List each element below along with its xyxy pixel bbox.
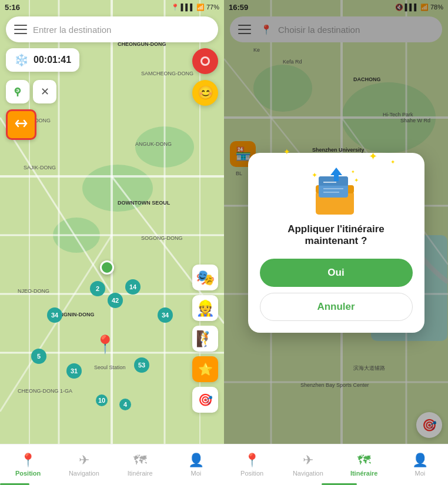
wifi-icon: 📶	[196, 4, 205, 11]
nav-route-left[interactable]: 🗺 Itinéraire	[112, 453, 168, 477]
close-button[interactable]: ✕	[33, 80, 56, 103]
nav-navigation-label-left: Navigation	[69, 470, 99, 477]
marker-4: 4	[119, 399, 131, 410]
star-deco-1: ✦	[283, 147, 290, 156]
orange-pin: 📍	[94, 334, 116, 354]
me-nav-icon-right: 👤	[412, 453, 428, 468]
emoji-button[interactable]: 😊	[192, 80, 218, 106]
timer-value: 00:01:41	[34, 55, 71, 65]
me-nav-icon-left: 👤	[188, 453, 204, 468]
marker-14: 14	[125, 279, 141, 295]
star-icon: ⭐	[198, 362, 213, 376]
marker-2: 2	[90, 281, 105, 296]
right-float-buttons: 🎭 👷 🧗 ⭐ 🎯	[192, 265, 218, 413]
marker-34a: 34	[47, 307, 62, 323]
transfer-button[interactable]	[6, 109, 36, 140]
position-nav-icon-right: 📍	[244, 453, 260, 468]
dialog-icon-area: ✦ ✦ ✦	[260, 165, 413, 218]
nav-position-label-right: Position	[240, 470, 263, 477]
status-bar-left: 5:16 📍 ▌▌▌ 📶 77%	[0, 0, 224, 14]
face-btn-1[interactable]: 🎭	[192, 265, 218, 290]
route-nav-icon-right: 🗺	[357, 453, 370, 468]
face-icon-2: 👷	[196, 299, 215, 317]
dialog-title: Appliquer l'itinéraire maintenant ?	[260, 223, 413, 247]
signal-icon: ▌▌▌	[181, 4, 195, 11]
marker-53: 53	[134, 357, 149, 373]
face-icon-1: 🎭	[196, 269, 215, 287]
location-icon-status: 📍	[171, 4, 179, 11]
dialog-yes-button[interactable]: Oui	[260, 259, 413, 287]
face-btn-2[interactable]: 👷	[192, 295, 218, 321]
dialog-icon-stack: ✦ ✦ ✦	[307, 165, 366, 218]
nav-route-label-right: Itinéraire	[350, 470, 377, 477]
pin-icon	[11, 85, 24, 98]
marker-31: 31	[66, 363, 82, 379]
svg-text:✦: ✦	[354, 177, 359, 183]
nav-position-right[interactable]: 📍 Position	[224, 453, 280, 477]
nav-position-left[interactable]: 📍 Position	[0, 453, 56, 477]
smiley-icon: 😊	[198, 85, 213, 101]
search-bar-left[interactable]: Entrer la destination	[6, 16, 218, 42]
nav-me-right[interactable]: 👤 Moi	[392, 453, 448, 477]
compass-btn-left[interactable]: 🎯	[192, 387, 218, 413]
navigation-nav-icon-right: ✈	[303, 453, 313, 468]
star-deco-2: ✦	[390, 159, 395, 165]
map-background-left	[0, 0, 224, 485]
nav-route-right[interactable]: 🗺 Itinéraire	[336, 453, 392, 477]
nav-navigation-right[interactable]: ✈ Navigation	[280, 453, 336, 477]
record-button[interactable]	[192, 48, 218, 74]
right-panel: Ke DACHONG Kefa Rd Hi-Tech Park Shahe W …	[224, 0, 448, 485]
nav-navigation-label-right: Navigation	[293, 470, 323, 477]
search-placeholder-left: Entrer la destination	[33, 25, 111, 35]
current-location-dot	[100, 260, 114, 275]
status-icons-left: 📍 ▌▌▌ 📶 77%	[171, 4, 219, 11]
nav-navigation-left[interactable]: ✈ Navigation	[56, 453, 112, 477]
battery-left: 77%	[206, 4, 219, 11]
nav-me-label-right: Moi	[415, 470, 426, 477]
figure-icon: 🧗	[196, 330, 215, 348]
timer-widget: ❄️ 00:01:41	[6, 48, 79, 72]
nav-me-label-left: Moi	[191, 470, 202, 477]
location-button[interactable]	[6, 80, 29, 103]
dialog-illustration: ✦ ✦ ✦	[307, 165, 366, 218]
marker-34b: 34	[158, 307, 173, 323]
dialog-box: ✦ ✦ ✦	[248, 153, 424, 333]
dialog-cancel-button[interactable]: Annuler	[260, 293, 413, 321]
svg-rect-36	[319, 176, 348, 185]
snowflake-icon: ❄️	[14, 53, 29, 67]
nav-route-label-left: Itinéraire	[128, 470, 153, 477]
dialog-overlay: ✦ ✦ ✦	[224, 0, 448, 485]
record-icon	[199, 55, 212, 68]
marker-42: 42	[108, 293, 123, 308]
svg-text:✦: ✦	[312, 171, 317, 179]
marker-10: 10	[96, 394, 108, 406]
figure-btn[interactable]: 🧗	[192, 326, 218, 352]
left-panel: BUAM-DONG CHEONGUN-DONG SAMCHEONG-DONG M…	[0, 0, 224, 485]
transfer-icon	[14, 119, 29, 131]
navigation-nav-icon-left: ✈	[79, 453, 89, 468]
bottom-nav-left: 📍 Position ✈ Navigation 🗺 Itinéraire 👤 M…	[0, 444, 224, 485]
position-nav-icon-left: 📍	[20, 453, 36, 468]
hamburger-menu-left[interactable]	[14, 25, 27, 34]
svg-point-16	[202, 58, 208, 64]
time-left: 5:16	[5, 3, 20, 12]
svg-text:✦: ✦	[351, 169, 355, 175]
nav-me-left[interactable]: 👤 Moi	[168, 453, 224, 477]
nav-position-label-left: Position	[15, 470, 41, 477]
bottom-nav-right: 📍 Position ✈ Navigation 🗺 Itinéraire 👤 M…	[224, 444, 448, 485]
star-btn[interactable]: ⭐	[192, 356, 218, 382]
location-close-row: ✕	[6, 80, 56, 103]
route-nav-icon-left: 🗺	[133, 453, 146, 468]
close-icon: ✕	[41, 85, 49, 98]
marker-5: 5	[31, 349, 46, 364]
compass-icon-left: 🎯	[198, 393, 213, 407]
star-deco-3: ✦	[369, 150, 377, 163]
